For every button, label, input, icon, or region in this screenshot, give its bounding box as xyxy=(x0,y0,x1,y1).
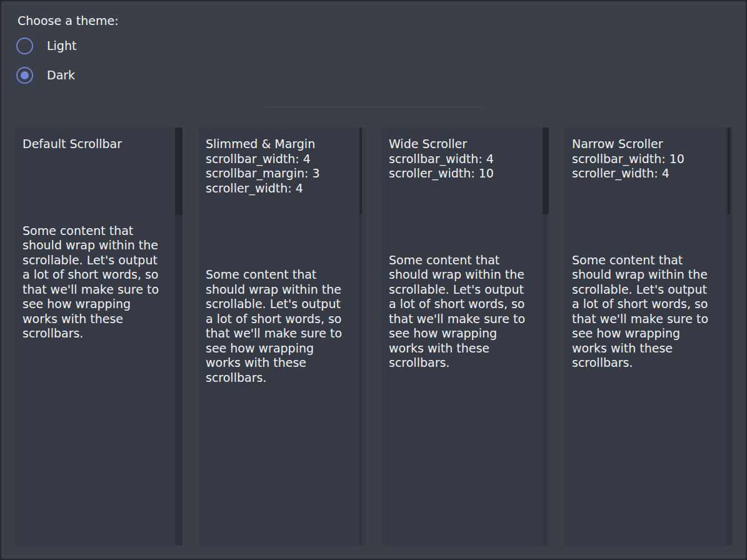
theme-option-dark[interactable]: Dark xyxy=(18,66,746,84)
panel-narrow-scroller[interactable]: Narrow Scroller scrollbar_width: 10 scro… xyxy=(564,128,732,546)
panel-title: Default Scrollbar xyxy=(23,137,183,152)
panel-param: scrollbar_margin: 3 xyxy=(206,166,366,181)
scrollbar-thumb[interactable] xyxy=(175,128,183,215)
panel-wide-scroller[interactable]: Wide Scroller scrollbar_width: 4 scrolle… xyxy=(381,128,549,546)
scrollbar-thumb[interactable] xyxy=(359,128,362,214)
panel-body-text: Some content that should wrap within the… xyxy=(389,253,530,371)
radio-selected-icon[interactable] xyxy=(16,67,33,84)
scrollbar-thumb[interactable] xyxy=(728,128,730,214)
scrollbar-thumb[interactable] xyxy=(543,128,549,214)
panel-param: scroller_width: 10 xyxy=(389,166,549,181)
panel-content: Wide Scroller scrollbar_width: 4 scrolle… xyxy=(381,128,549,371)
panel-title: Slimmed & Margin xyxy=(206,137,366,152)
panel-content: Slimmed & Margin scrollbar_width: 4 scro… xyxy=(198,128,366,385)
theme-chooser: Choose a theme: Light Dark xyxy=(1,1,746,84)
panel-param: scrollbar_width: 4 xyxy=(206,152,366,167)
panel-param: scroller_width: 4 xyxy=(572,166,732,181)
theme-option-light-label[interactable]: Light xyxy=(47,39,76,52)
theme-chooser-label: Choose a theme: xyxy=(18,13,746,28)
panel-body-text: Some content that should wrap within the… xyxy=(23,224,164,341)
theme-option-light[interactable]: Light xyxy=(18,37,746,54)
panel-body-text: Some content that should wrap within the… xyxy=(206,268,347,385)
divider xyxy=(266,106,481,108)
panel-param: scroller_width: 4 xyxy=(206,181,366,196)
panel-param: scrollbar_width: 10 xyxy=(572,152,732,167)
panel-title: Narrow Scroller xyxy=(572,137,732,152)
app-window: Choose a theme: Light Dark Default Scrol… xyxy=(0,0,747,560)
radio-unselected-icon[interactable] xyxy=(16,38,33,54)
panel-default-scrollbar[interactable]: Default Scrollbar Some content that shou… xyxy=(15,128,183,546)
panel-content: Default Scrollbar Some content that shou… xyxy=(15,128,183,341)
panel-body-text: Some content that should wrap within the… xyxy=(572,253,713,371)
panel-slimmed-margin[interactable]: Slimmed & Margin scrollbar_width: 4 scro… xyxy=(198,128,366,546)
panel-title: Wide Scroller xyxy=(389,137,549,152)
radio-dot-icon xyxy=(21,71,29,79)
scrollbar-demo-panels: Default Scrollbar Some content that shou… xyxy=(1,128,746,546)
panel-content: Narrow Scroller scrollbar_width: 10 scro… xyxy=(564,128,732,371)
theme-option-dark-label[interactable]: Dark xyxy=(47,68,75,82)
panel-param: scrollbar_width: 4 xyxy=(389,152,549,167)
